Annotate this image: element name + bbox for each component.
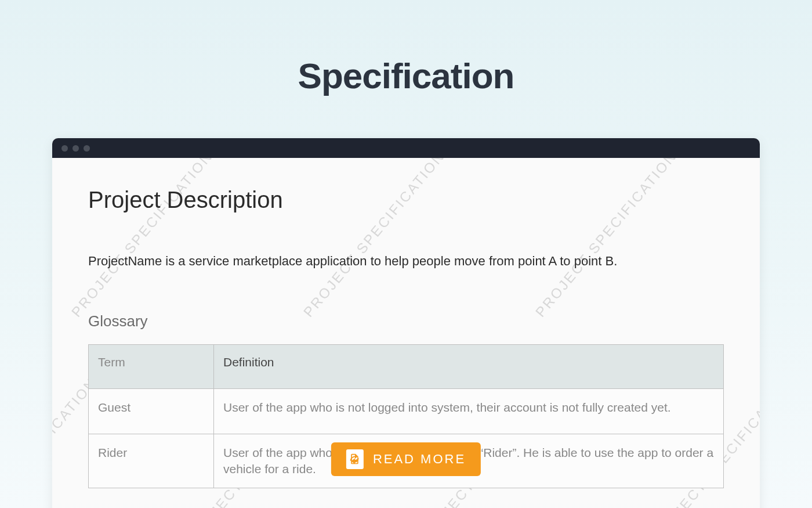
table-row: Guest User of the app who is not logged …: [89, 388, 724, 434]
watermark-text: PROJECT SPECIFICATIONS: [532, 158, 687, 320]
term-cell: Rider: [89, 434, 214, 488]
term-cell: Guest: [89, 388, 214, 434]
document-paragraph: ProjectName is a service marketplace app…: [88, 253, 724, 271]
document-heading: Project Description: [88, 187, 724, 213]
minimize-icon[interactable]: [72, 145, 79, 152]
close-icon[interactable]: [61, 145, 68, 152]
pdf-icon: [346, 449, 364, 469]
glossary-heading: Glossary: [88, 312, 724, 330]
read-more-button[interactable]: READ MORE: [331, 442, 481, 476]
read-more-label: READ MORE: [373, 452, 466, 467]
maximize-icon[interactable]: [84, 145, 90, 152]
page-title: Specification: [0, 55, 812, 96]
table-header-row: Term Definition: [89, 344, 724, 388]
column-header-definition: Definition: [214, 344, 724, 388]
watermark-text: PROJECT SPECIFICATIONS: [300, 158, 455, 320]
window-titlebar: [52, 138, 760, 158]
definition-cell: User of the app who is not logged into s…: [214, 388, 724, 434]
fade-overlay: [52, 500, 760, 508]
column-header-term: Term: [89, 344, 214, 388]
watermark-text: PROJECT SPECIFICATIONS: [68, 158, 223, 320]
